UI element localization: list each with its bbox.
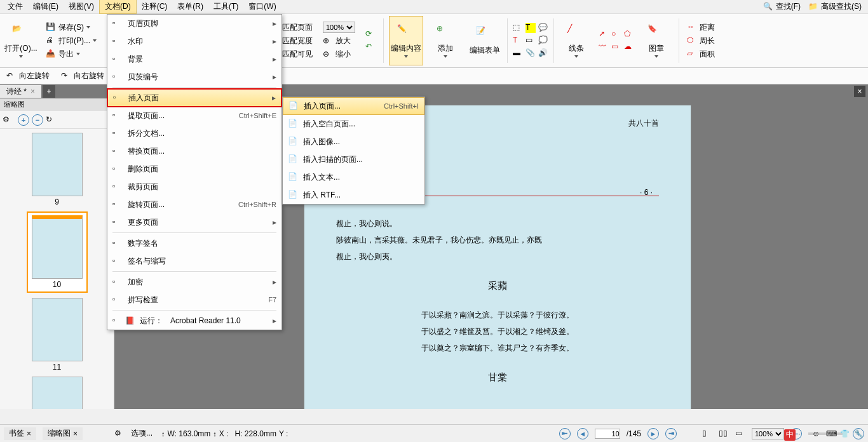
menu-tools[interactable]: 工具(T) [208,0,243,13]
menu-item[interactable]: ▫删除页面 [107,160,281,178]
oval-icon[interactable]: ○ [611,29,621,39]
callout-icon[interactable]: 💭 [538,36,548,46]
tray-icon[interactable]: 🔧 [854,429,865,441]
continuous-icon[interactable]: ▯▯ [719,429,729,439]
polyline-icon[interactable]: 〰 [599,42,609,52]
arrow-icon[interactable]: ↗ [599,29,609,39]
options-button[interactable]: 选项... [131,428,155,439]
add-button[interactable]: ⊕添加 [428,16,463,65]
submenu-item[interactable]: 📄插入空白页面... [283,115,424,133]
edit-content-button[interactable]: ✏️编辑内容 [389,16,423,65]
menu-item[interactable]: ▫裁剪页面 [107,178,281,196]
distance-button[interactable]: ↔距离 [684,22,717,34]
tray-icon[interactable]: ⌨ [826,429,837,441]
thumbnail[interactable]: 9 [27,133,88,206]
thumbnail[interactable]: 11 [27,298,88,372]
rotate-right-button[interactable]: ↷向右旋转 [58,70,107,82]
menu-item[interactable]: ▫签名与缩写 [107,252,281,270]
menu-item[interactable]: ▫提取页面...Ctrl+Shift+E [107,107,281,124]
menu-item[interactable]: ▫更多页面▸ [107,213,281,231]
bookmark-tab[interactable]: 书签× [4,427,36,440]
text-box-icon[interactable]: ▭ [526,36,536,46]
close-all-button[interactable]: × [854,86,865,97]
menu-item[interactable]: ▫数字签名 [107,234,281,252]
menu-view[interactable]: 视图(V) [64,0,99,13]
menu-file[interactable]: 文件 [3,0,28,13]
find-button[interactable]: 🔍查找(F) [759,0,804,13]
tray-icon[interactable]: · [798,429,810,441]
menu-edit[interactable]: 编辑(E) [28,0,64,13]
nav-prev-button[interactable]: ◄ [577,428,588,439]
submenu-item[interactable]: 📄插入扫描的页面... [283,151,424,168]
menu-form[interactable]: 表单(R) [172,0,208,13]
save-button[interactable]: 💾保存(S) [43,22,99,34]
menu-document[interactable]: 文档(D) [99,0,137,14]
zoom-select-status[interactable]: 100% [752,428,784,439]
menu-item[interactable]: ▫背景▸ [107,50,281,68]
thumbnail[interactable] [27,377,88,409]
open-button[interactable]: 📂打开(O)... [4,16,38,65]
thumbnail-selected[interactable]: 10 [27,211,88,293]
tray-icon[interactable]: ☺ [812,429,824,441]
zoom-out-button[interactable]: ⊖缩小 [320,48,358,60]
nav-first-button[interactable]: ⇤ [559,428,571,439]
document-tab[interactable]: 诗经 *× [0,85,41,98]
print-button[interactable]: 🖨打印(P)... [43,35,99,47]
thumbnail-tab[interactable]: 缩略图× [43,427,83,440]
nav-next-button[interactable]: ► [648,428,659,439]
dimensions-display: H: 228.0mm Y : [235,429,288,438]
attach-icon[interactable]: 📎 [526,48,536,58]
edit-form-button[interactable]: 📝编辑表单 [468,16,502,65]
undo-button[interactable]: ↶ [363,41,378,53]
menu-annotation[interactable]: 注释(C) [137,0,173,13]
close-tab-icon[interactable]: × [31,87,35,96]
zoom-in-button[interactable]: ⊕放大 [320,35,358,47]
menu-item[interactable]: ▫拆分文档... [107,124,281,142]
menu-item[interactable]: ▫替换页面... [107,142,281,160]
submenu-item[interactable]: 📄插入图像... [283,133,424,151]
menu-item[interactable]: ▫旋转页面...Ctrl+Shift+R [107,196,281,213]
cloud-icon[interactable]: ☁ [624,42,634,52]
thumb-rotate-icon[interactable]: ↻ [46,115,56,125]
menu-item[interactable]: ▫拼写检查F7 [107,291,281,309]
rotate-left-button[interactable]: ↶向左旋转 [4,70,52,82]
submenu-item[interactable]: 📄插入 RTF... [283,186,424,204]
menu-window[interactable]: 窗口(W) [243,0,281,13]
add-tab-button[interactable]: + [43,85,55,98]
highlight-icon[interactable]: T [526,23,536,33]
gear-icon[interactable]: ⚙ [3,115,13,125]
polygon-icon[interactable]: ⬠ [624,29,634,39]
gear-icon[interactable]: ⚙ [114,429,125,439]
menu-item[interactable]: ▫页眉页脚▸ [107,15,281,32]
tray-icon[interactable]: 👕 [840,429,851,441]
line-tool-button[interactable]: ╱线条 [559,16,593,65]
nav-last-button[interactable]: ⇥ [665,428,677,439]
thumbnails-list[interactable]: 9 10 11 [0,129,114,409]
page-input[interactable] [595,429,620,439]
menu-item[interactable]: ▫插入页面▸ [107,89,281,107]
refresh-button[interactable]: ⟳ [363,29,378,40]
single-page-icon[interactable]: ▯ [702,429,712,439]
strike-icon[interactable]: ▬ [513,48,523,58]
rect-icon[interactable]: ▭ [611,42,621,52]
note-icon[interactable]: 💬 [538,23,548,33]
ime-icon[interactable]: 中 [784,429,796,441]
thumb-zoom-out[interactable]: − [32,114,43,126]
facing-icon[interactable]: ▭ [735,429,745,439]
submenu-item[interactable]: 📄插入页面...Ctrl+Shift+I [283,97,424,115]
sound-icon[interactable]: 🔊 [538,48,548,58]
select-icon[interactable]: ⬚ [513,23,523,33]
stamp-button[interactable]: 🔖图章 [639,16,674,65]
thumb-zoom-in[interactable]: + [18,114,29,126]
menu-item[interactable]: ▫📕运行：Acrobat Reader 11.0▸ [107,312,281,330]
text-select-icon[interactable]: T [513,36,523,46]
perimeter-button[interactable]: ⬡周长 [684,35,717,47]
menu-item[interactable]: ▫贝茨编号▸ [107,68,281,86]
area-button[interactable]: ▱面积 [684,48,717,60]
advanced-find-button[interactable]: 📁高级查找(S) [804,0,865,13]
submenu-item[interactable]: 📄插入文本... [283,168,424,186]
export-button[interactable]: 📤导出 [43,48,99,60]
zoom-select[interactable]: 100% [320,21,358,34]
menu-item[interactable]: ▫加密▸ [107,273,281,291]
menu-item[interactable]: ▫水印▸ [107,32,281,50]
